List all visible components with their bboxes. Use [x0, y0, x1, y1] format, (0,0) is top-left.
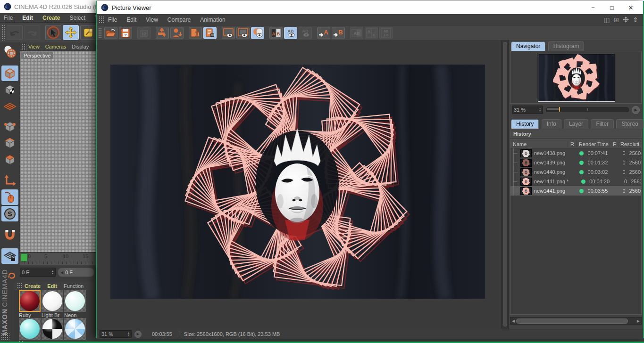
panel-hscrollbar[interactable]: ◀ ▶: [510, 317, 642, 325]
tab-stereo[interactable]: Stereo: [616, 119, 643, 129]
frame-slider-field[interactable]: ◀ 0 F: [58, 268, 94, 277]
materials-menu-create[interactable]: Create: [25, 283, 41, 289]
status-zoom-field[interactable]: 31 % ▲▼: [100, 330, 132, 338]
ab-sequence-button[interactable]: AB1:0: [379, 27, 393, 39]
polygons-mode-tool[interactable]: [1, 152, 18, 167]
ab-split-button[interactable]: AB: [269, 27, 283, 39]
status-zoom-spinner[interactable]: ▲▼: [127, 332, 130, 336]
timeline-ruler[interactable]: 0 5 10 15: [20, 252, 96, 265]
tab-navigator[interactable]: Navigator: [511, 41, 545, 51]
pv-toolbar-grip[interactable]: [98, 27, 102, 39]
timeline-marker[interactable]: [21, 253, 27, 261]
c4d-menu-select[interactable]: Select: [69, 15, 85, 21]
panel-new-icon[interactable]: ⊞: [614, 16, 619, 24]
viewport-solo-tool[interactable]: [1, 189, 18, 205]
texture-mode-tool[interactable]: [1, 82, 18, 98]
tab-history[interactable]: History: [511, 119, 539, 129]
ab-compare-alt-button[interactable]: AB: [299, 27, 312, 39]
pv-menu-view[interactable]: View: [146, 16, 158, 23]
column-r[interactable]: R: [568, 141, 577, 147]
column-render-time[interactable]: Render Time: [577, 141, 610, 147]
panel-split-icon[interactable]: ◫: [603, 16, 610, 24]
tab-layer[interactable]: Layer: [564, 119, 588, 129]
swap-ab-button[interactable]: AB: [350, 27, 363, 39]
history-row-1441-modified[interactable]: new1441.png * 00:04:20 0 2560x16: [510, 177, 641, 186]
viewport-grip[interactable]: [22, 43, 26, 50]
show-image-a-button[interactable]: [222, 27, 235, 39]
history-row-1441[interactable]: new1441.png 00:03:55 0 2560x16: [510, 186, 641, 196]
history-row-1440[interactable]: new1440.png 00:03:02 0 2560x16: [510, 167, 641, 177]
axis-mode-tool[interactable]: [1, 173, 18, 188]
set-as-b-button[interactable]: B: [332, 27, 345, 39]
navigator-zoom-spinner[interactable]: ▲▼: [539, 107, 541, 112]
toolbar-grip[interactable]: [1, 24, 5, 41]
column-f[interactable]: F: [610, 141, 619, 147]
workplane-tool[interactable]: [1, 98, 18, 114]
pv-title-bar[interactable]: Picture Viewer − □ ✕: [97, 1, 643, 14]
show-image-b-button[interactable]: [236, 27, 250, 39]
pv-menu-animation[interactable]: Animation: [200, 16, 225, 23]
status-play-button[interactable]: ▶: [134, 331, 142, 338]
minimize-button[interactable]: −: [584, 4, 602, 11]
hscroll-left-arrow[interactable]: ◀: [512, 319, 515, 323]
panel-updown-icon[interactable]: ⇕: [633, 16, 638, 24]
magnet-snap-tool[interactable]: [1, 227, 18, 243]
model-mode-tool[interactable]: [1, 65, 18, 81]
rendered-image[interactable]: [110, 65, 485, 299]
hscroll-right-arrow[interactable]: ▶: [637, 319, 640, 323]
maximize-button[interactable]: □: [602, 4, 621, 11]
navigator-zoom-field[interactable]: 31 % ▲▼: [512, 106, 543, 114]
pv-menu-grip[interactable]: [99, 16, 104, 24]
ab-compare-button[interactable]: AB: [284, 27, 297, 39]
material-checker-bw[interactable]: [42, 318, 63, 343]
ab-grid-button[interactable]: AB: [365, 27, 378, 39]
column-name[interactable]: Name: [510, 141, 568, 147]
material-li[interactable]: Li: [19, 318, 41, 343]
scale-tool[interactable]: [80, 25, 96, 40]
viewport-menu-cameras[interactable]: Cameras: [45, 44, 67, 49]
bottom-left-grip[interactable]: [1, 333, 9, 340]
vscroll-thumb[interactable]: [503, 42, 507, 327]
snap-s-tool[interactable]: S: [1, 206, 18, 221]
model-globe-tool[interactable]: [1, 43, 18, 61]
navigator-zoom-slider[interactable]: [546, 107, 629, 112]
edges-mode-tool[interactable]: [1, 135, 18, 151]
lock-workplane-tool[interactable]: [1, 248, 18, 264]
material-lightbr[interactable]: Light Br: [42, 290, 63, 318]
multi-view-button[interactable]: [251, 27, 264, 39]
image-list-button[interactable]: [203, 27, 217, 39]
materials-menu-edit[interactable]: Edit: [47, 283, 57, 289]
slider-left-icon[interactable]: ◀: [60, 270, 63, 275]
material-checker-blue[interactable]: [64, 318, 86, 343]
save-button[interactable]: ?: [119, 27, 132, 39]
set-as-a-button[interactable]: A: [317, 27, 330, 39]
tab-info[interactable]: Info: [542, 119, 561, 129]
c4d-menu-edit[interactable]: Edit: [22, 15, 33, 21]
import-user-button[interactable]: [170, 27, 184, 39]
zoom-slider-marker[interactable]: [559, 107, 560, 112]
viewport-canvas[interactable]: Perspective: [20, 51, 96, 252]
redo-button[interactable]: [24, 25, 40, 40]
column-resolution[interactable]: Resoluti: [619, 141, 641, 147]
history-row-1439[interactable]: new1439.png 00:01:32 0 2560x16: [510, 158, 641, 167]
close-button[interactable]: ✕: [621, 4, 640, 11]
hscroll-thumb[interactable]: [516, 318, 628, 324]
pv-menu-edit[interactable]: Edit: [126, 16, 136, 23]
history-row-1438[interactable]: new1438.png 00:07:41 0 2560x16: [510, 148, 641, 158]
material-neon[interactable]: Neon: [64, 290, 86, 318]
pv-menu-file[interactable]: File: [108, 16, 117, 23]
tab-filter[interactable]: Filter: [591, 119, 614, 129]
undo-button[interactable]: [7, 25, 23, 40]
render-queue-button[interactable]: 12: [137, 27, 151, 39]
viewport-menu-view[interactable]: View: [28, 44, 40, 49]
c4d-menu-file[interactable]: File: [4, 15, 13, 21]
material-ruby[interactable]: Ruby: [19, 290, 41, 318]
c4d-menu-create[interactable]: Create: [42, 15, 60, 21]
navigator-thumbnail[interactable]: [538, 54, 615, 102]
import-image-button[interactable]: [156, 27, 169, 39]
pv-menu-compare[interactable]: Compare: [167, 16, 191, 23]
frame-field[interactable]: 0 F ▲▼: [20, 268, 56, 277]
navigator-play-button[interactable]: ▶: [632, 106, 640, 114]
open-file-button[interactable]: [104, 27, 117, 39]
panel-move-icon[interactable]: [623, 16, 629, 23]
